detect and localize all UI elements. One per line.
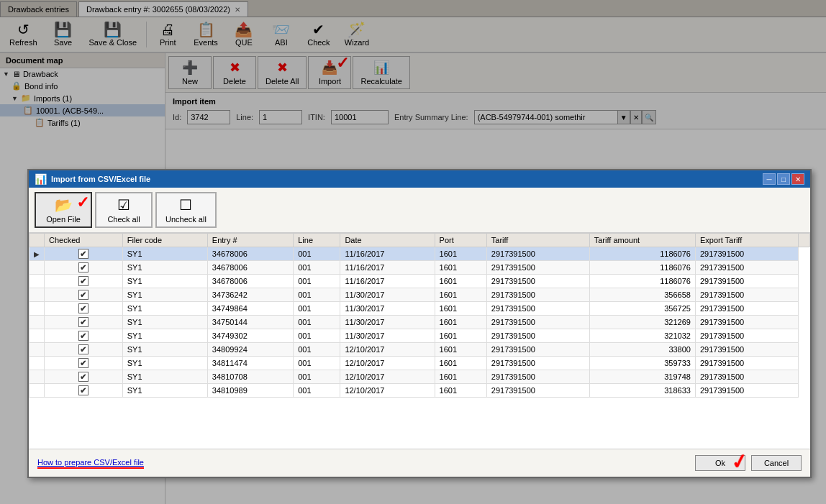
- row-tariff-amount: 33800: [589, 343, 695, 357]
- modal-minimize-button[interactable]: ─: [763, 173, 776, 185]
- row-date: 12/10/2017: [340, 343, 435, 357]
- row-line: 001: [294, 288, 340, 302]
- row-checkbox[interactable]: ✔: [78, 249, 88, 259]
- col-checked[interactable]: Checked: [45, 234, 123, 247]
- open-file-button[interactable]: 📂 Open File ✓: [35, 192, 92, 228]
- row-tariff: 2917391500: [486, 261, 589, 275]
- uncheck-all-button[interactable]: ☐ Uncheck all: [155, 192, 217, 228]
- row-export-tariff: 2917391500: [695, 370, 798, 384]
- modal-overlay: 📊 Import from CSV/Excel file ─ □ ✕ 📂 Ope…: [0, 0, 826, 504]
- modal-action-buttons: Ok ✓ Cancel: [695, 455, 802, 471]
- row-export-tariff: 2917391500: [695, 275, 798, 288]
- row-checked-cell[interactable]: ✔: [45, 343, 123, 357]
- row-tariff-amount: 321032: [589, 329, 695, 343]
- row-line: 001: [294, 384, 340, 398]
- row-checkbox[interactable]: ✔: [78, 372, 88, 382]
- row-port: 1601: [435, 302, 486, 316]
- col-arrow: [30, 234, 45, 247]
- cancel-button[interactable]: Cancel: [751, 455, 802, 471]
- row-tariff-amount: 318633: [589, 384, 695, 398]
- row-filer-code: SY1: [122, 261, 207, 275]
- col-tariff[interactable]: Tariff: [486, 234, 589, 247]
- row-entry: 34750144: [207, 316, 293, 329]
- row-date: 11/16/2017: [340, 275, 435, 288]
- modal-close-button[interactable]: ✕: [791, 173, 804, 185]
- col-date[interactable]: Date: [340, 234, 435, 247]
- row-checked-cell[interactable]: ✔: [45, 247, 123, 261]
- row-checked-cell[interactable]: ✔: [45, 261, 123, 275]
- row-checkbox[interactable]: ✔: [78, 276, 88, 286]
- row-checkbox[interactable]: ✔: [78, 303, 88, 313]
- row-port: 1601: [435, 384, 486, 398]
- col-port[interactable]: Port: [435, 234, 486, 247]
- row-tariff-amount: 319748: [589, 370, 695, 384]
- row-tariff: 2917391500: [486, 329, 589, 343]
- row-date: 11/16/2017: [340, 247, 435, 261]
- row-date: 12/10/2017: [340, 370, 435, 384]
- row-port: 1601: [435, 288, 486, 302]
- check-all-button[interactable]: ☑ Check all: [95, 192, 153, 228]
- row-entry: 34811474: [207, 357, 293, 370]
- row-checked-cell[interactable]: ✔: [45, 302, 123, 316]
- row-export-tariff: 2917391500: [695, 384, 798, 398]
- row-export-tariff: 2917391500: [695, 343, 798, 357]
- row-filer-code: SY1: [122, 316, 207, 329]
- row-filer-code: SY1: [122, 247, 207, 261]
- row-arrow-cell: [30, 329, 45, 343]
- row-checkbox[interactable]: ✔: [78, 358, 88, 368]
- col-filer-code[interactable]: Filer code: [122, 234, 207, 247]
- modal-bottom: How to prepare CSV/Excel file Ok ✓ Cance…: [29, 449, 810, 477]
- row-arrow-cell: [30, 357, 45, 370]
- row-line: 001: [294, 343, 340, 357]
- row-export-tariff: 2917391500: [695, 329, 798, 343]
- row-entry: 34678006: [207, 247, 293, 261]
- row-checked-cell[interactable]: ✔: [45, 288, 123, 302]
- row-checked-cell[interactable]: ✔: [45, 384, 123, 398]
- import-data-table: Checked Filer code Entry # Line Date Por…: [29, 233, 810, 398]
- row-tariff: 2917391500: [486, 302, 589, 316]
- table-row: ✔ SY1 34750144 001 11/30/2017 1601 29173…: [30, 316, 810, 329]
- modal-toolbar: 📂 Open File ✓ ☑ Check all ☐ Uncheck all: [29, 188, 810, 233]
- ok-button[interactable]: Ok ✓: [695, 455, 745, 471]
- modal-maximize-button[interactable]: □: [777, 173, 790, 185]
- import-table-container[interactable]: Checked Filer code Entry # Line Date Por…: [29, 233, 810, 449]
- row-filer-code: SY1: [122, 329, 207, 343]
- row-arrow-cell: [30, 384, 45, 398]
- row-checkbox[interactable]: ✔: [78, 317, 88, 327]
- row-date: 12/10/2017: [340, 357, 435, 370]
- ok-label: Ok: [715, 459, 725, 467]
- row-filer-code: SY1: [122, 275, 207, 288]
- row-tariff: 2917391500: [486, 275, 589, 288]
- col-tariff-amount[interactable]: Tariff amount: [589, 234, 695, 247]
- row-checkbox[interactable]: ✔: [78, 385, 88, 395]
- row-line: 001: [294, 329, 340, 343]
- row-checkbox[interactable]: ✔: [78, 331, 88, 341]
- row-checked-cell[interactable]: ✔: [45, 329, 123, 343]
- row-date: 11/30/2017: [340, 329, 435, 343]
- row-checkbox[interactable]: ✔: [78, 344, 88, 354]
- row-port: 1601: [435, 343, 486, 357]
- row-tariff-amount: 356725: [589, 302, 695, 316]
- import-csv-modal: 📊 Import from CSV/Excel file ─ □ ✕ 📂 Ope…: [27, 169, 812, 478]
- row-checked-cell[interactable]: ✔: [45, 275, 123, 288]
- row-checked-cell[interactable]: ✔: [45, 357, 123, 370]
- row-date: 11/30/2017: [340, 316, 435, 329]
- row-checkbox[interactable]: ✔: [78, 290, 88, 300]
- row-checked-cell[interactable]: ✔: [45, 316, 123, 329]
- modal-title-area: 📊 Import from CSV/Excel file: [35, 173, 150, 185]
- row-line: 001: [294, 370, 340, 384]
- col-export-tariff[interactable]: Export Tariff: [695, 234, 798, 247]
- row-line: 001: [294, 357, 340, 370]
- col-entry[interactable]: Entry #: [207, 234, 293, 247]
- row-checkbox[interactable]: ✔: [78, 262, 88, 272]
- table-row: ✔ SY1 34811474 001 12/10/2017 1601 29173…: [30, 357, 810, 370]
- row-port: 1601: [435, 247, 486, 261]
- open-file-checkmark-icon: ✓: [76, 193, 89, 212]
- row-checked-cell[interactable]: ✔: [45, 370, 123, 384]
- help-link[interactable]: How to prepare CSV/Excel file: [37, 458, 144, 467]
- col-line[interactable]: Line: [294, 234, 340, 247]
- row-tariff: 2917391500: [486, 316, 589, 329]
- help-link-container: How to prepare CSV/Excel file: [37, 457, 144, 469]
- row-arrow-cell: [30, 288, 45, 302]
- row-filer-code: SY1: [122, 343, 207, 357]
